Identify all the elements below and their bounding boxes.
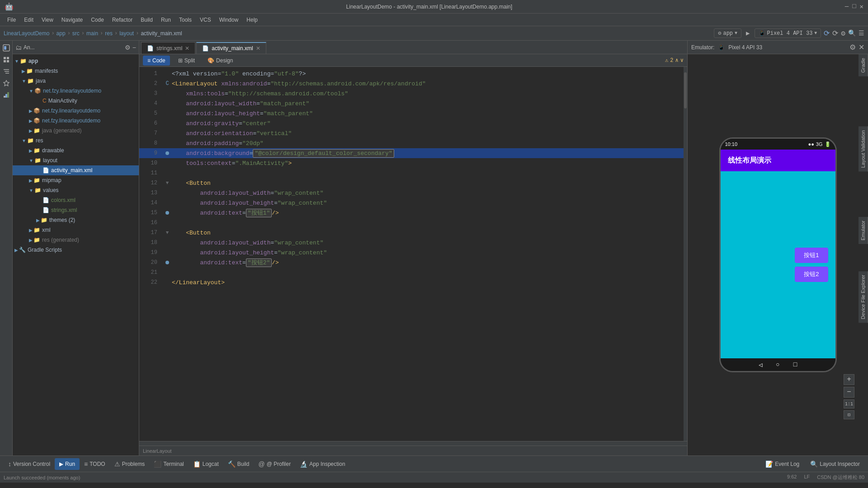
device-selector[interactable]: 📱 Pixel 4 API 33 ▼ (755, 28, 821, 38)
structure-toggle[interactable] (1, 66, 12, 77)
panel-collapse-icon[interactable]: − (132, 44, 136, 51)
zoom-reset-button[interactable]: 1:1 (844, 399, 854, 408)
scrollbar-thumb[interactable] (684, 72, 687, 108)
menu-refactor[interactable]: Refactor (108, 16, 136, 24)
terminal-button[interactable]: ⬛ Terminal (149, 457, 188, 471)
profiler-button[interactable]: @ @ Profiler (254, 457, 295, 471)
code-editor[interactable]: 1 <?xml version="1.0" encoding="utf-8"?>… (139, 67, 687, 441)
tree-item-mainactivity[interactable]: C MainActivity (13, 96, 139, 106)
project-panel-toggle[interactable] (1, 42, 12, 53)
menu-run[interactable]: Run (157, 16, 175, 24)
breadcrumb-app[interactable]: app (57, 30, 66, 37)
menu-tools[interactable]: Tools (175, 16, 195, 24)
tree-item-values[interactable]: ▼ 📁 values (13, 185, 139, 195)
menu-view[interactable]: View (38, 16, 57, 24)
run-button[interactable]: ▶ (744, 28, 751, 38)
menu-help[interactable]: Help (243, 16, 261, 24)
breadcrumb-file[interactable]: activity_main.xml (141, 30, 182, 37)
gradle-side-tab[interactable]: Gradle (859, 54, 868, 76)
next-warning[interactable]: ∨ (680, 57, 684, 64)
tree-item-app[interactable]: ▼ 📁 app (13, 56, 139, 66)
fold-icon-12[interactable]: ▼ (166, 180, 169, 186)
favorites-toggle[interactable] (1, 78, 12, 89)
resource-manager-toggle[interactable] (1, 54, 12, 65)
class-icon[interactable]: C (165, 80, 169, 87)
layout-validation-side-tab[interactable]: Layout Validation (859, 127, 868, 172)
tree-item-strings[interactable]: 📄 strings.xml (13, 205, 139, 215)
maximize-button[interactable]: □ (852, 3, 856, 10)
tree-item-mipmap[interactable]: ▶ 📁 mipmap (13, 175, 139, 185)
tree-item-manifests[interactable]: ▶ 📁 manifests (13, 66, 139, 76)
menu-file[interactable]: File (4, 16, 19, 24)
vertical-scrollbar[interactable] (684, 67, 687, 441)
zoom-out-button[interactable]: − (844, 387, 854, 398)
design-view-button[interactable]: 🎨 Design (203, 56, 237, 66)
menu-window[interactable]: Window (216, 16, 242, 24)
breakpoint-dot-15[interactable] (165, 211, 169, 215)
todo-button[interactable]: ≡ TODO (80, 457, 110, 471)
app-inspection-button[interactable]: 🔬 App Inspection (295, 457, 349, 471)
build-variants-toggle[interactable] (1, 89, 12, 100)
menu-code[interactable]: Code (87, 16, 108, 24)
breadcrumb-src[interactable]: src (72, 30, 80, 37)
run-button-bottom[interactable]: ▶ Run (55, 458, 80, 470)
settings-icon[interactable]: ⚙ (841, 29, 845, 38)
tree-item-res[interactable]: ▼ 📁 res (13, 136, 139, 145)
zoom-in-button[interactable]: + (844, 374, 854, 385)
tree-item-pkg3[interactable]: ▶ 📦 net.fzy.linearlayoutdemo (13, 116, 139, 126)
code-view-button[interactable]: ≡ Code (143, 56, 170, 66)
tree-item-pkg2[interactable]: ▶ 📦 net.fzy.linearlayoutdemo (13, 106, 139, 116)
tree-item-themes[interactable]: ▶ 📁 themes (2) (13, 215, 139, 225)
fold-icon-17[interactable]: ▼ (166, 230, 169, 235)
logcat-button[interactable]: 📋 Logcat (189, 457, 223, 471)
window-controls[interactable]: — □ ✕ (845, 3, 863, 10)
code-line-9: 9 android:background="@color/design_defa… (139, 148, 687, 158)
sync-icon[interactable]: ⟳ (824, 29, 830, 38)
minimize-button[interactable]: — (845, 3, 849, 10)
horizontal-scrollbar[interactable] (139, 441, 687, 446)
split-view-button[interactable]: ⊞ Split (174, 56, 199, 66)
breadcrumb-main[interactable]: main (86, 30, 98, 37)
zoom-fit-button[interactable]: ⊡ (844, 410, 854, 419)
close-tab-activity[interactable]: ✕ (256, 45, 260, 52)
preferences-icon[interactable]: ☰ (859, 29, 864, 37)
tree-item-activity-main[interactable]: 📄 activity_main.xml (13, 165, 139, 175)
tree-item-java-gen[interactable]: ▶ 📁 java (generated) (13, 126, 139, 136)
prev-warning[interactable]: ∧ (675, 57, 679, 64)
event-log-button[interactable]: 📝 Event Log (761, 457, 804, 471)
emulator-close-icon[interactable]: ✕ (859, 43, 864, 52)
version-control-button[interactable]: ↕ Version Control (4, 457, 55, 471)
problems-button[interactable]: ⚠ Problems (110, 457, 150, 471)
breakpoint-dot-20[interactable] (165, 261, 169, 264)
build-button[interactable]: 🔨 Build (223, 457, 254, 471)
breadcrumb-res[interactable]: res (105, 30, 113, 37)
panel-gear-icon[interactable]: ⚙ (125, 44, 131, 51)
tree-item-layout[interactable]: ▼ 📁 layout (13, 155, 139, 165)
reload-icon[interactable]: ⟳ (832, 29, 838, 38)
breadcrumb-project[interactable]: LinearLayoutDemo (4, 30, 49, 37)
menu-navigate[interactable]: Navigate (58, 16, 86, 24)
tab-activity-main-xml[interactable]: 📄 activity_main.xml ✕ (196, 42, 266, 54)
tree-item-xml[interactable]: ▶ 📁 xml (13, 225, 139, 235)
tree-item-res-gen[interactable]: ▶ 📁 res (generated) (13, 235, 139, 245)
tree-item-colors[interactable]: 📄 colors.xml (13, 195, 139, 205)
search-icon[interactable]: 🔍 (848, 29, 856, 37)
emulator-settings-icon[interactable]: ⚙ (849, 43, 856, 52)
tab-strings-xml[interactable]: 📄 strings.xml ✕ (141, 42, 195, 54)
run-config-dropdown[interactable]: ⚙ app ▼ (714, 28, 741, 38)
menu-edit[interactable]: Edit (20, 16, 37, 24)
tree-item-gradle-scripts[interactable]: ▶ 🔧 Gradle Scripts (13, 245, 139, 255)
menu-vcs[interactable]: VCS (196, 16, 215, 24)
device-file-side-tab[interactable]: Device File Explorer (859, 271, 868, 323)
tree-item-java[interactable]: ▼ 📁 java (13, 76, 139, 86)
menu-build[interactable]: Build (137, 16, 156, 24)
tree-item-pkg1[interactable]: ▼ 📦 net.fzy.linearlayoutdemo (13, 86, 139, 96)
layout-inspector-button[interactable]: 🔍 Layout Inspector (806, 457, 864, 471)
phone-battery-icon: 🔋 (825, 141, 831, 147)
close-tab-strings[interactable]: ✕ (185, 45, 189, 52)
tree-item-drawable[interactable]: ▶ 📁 drawable (13, 145, 139, 155)
breadcrumb-layout[interactable]: layout (119, 30, 134, 37)
emulator-side-tab[interactable]: Emulator (859, 217, 868, 244)
close-button[interactable]: ✕ (860, 3, 863, 10)
breakpoint-dot[interactable] (165, 151, 169, 155)
